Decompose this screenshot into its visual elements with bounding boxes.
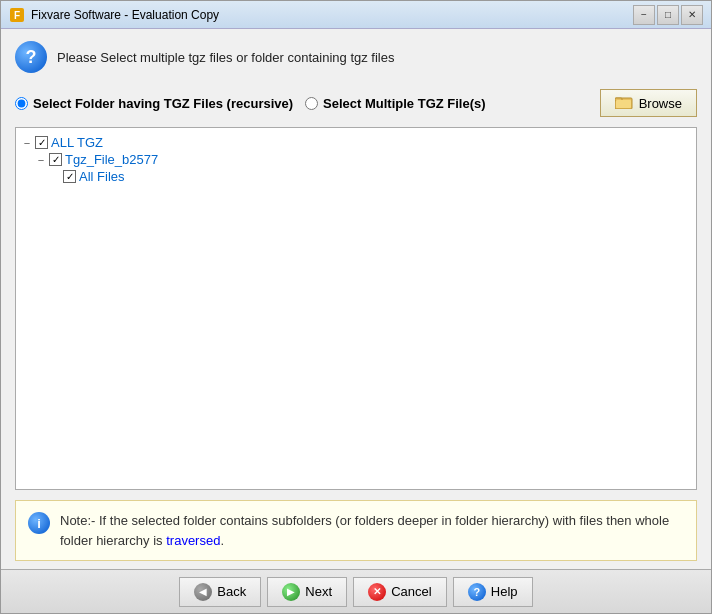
radio-files-text: Select Multiple TGZ File(s): [323, 96, 486, 111]
window-controls: − □ ✕: [633, 5, 703, 25]
back-icon: ◀: [194, 583, 212, 601]
title-bar: F Fixvare Software - Evaluation Copy − □…: [1, 1, 711, 29]
back-label: Back: [217, 584, 246, 599]
note-text-after: .: [220, 533, 224, 548]
maximize-button[interactable]: □: [657, 5, 679, 25]
cancel-icon: ✕: [368, 583, 386, 601]
close-button[interactable]: ✕: [681, 5, 703, 25]
options-row: Select Folder having TGZ Files (recursiv…: [15, 89, 697, 117]
browse-label: Browse: [639, 96, 682, 111]
minimize-button[interactable]: −: [633, 5, 655, 25]
back-button[interactable]: ◀ Back: [179, 577, 261, 607]
main-window: F Fixvare Software - Evaluation Copy − □…: [0, 0, 712, 614]
tree-label-all-tgz[interactable]: ALL TGZ: [51, 135, 103, 150]
help-icon: ?: [468, 583, 486, 601]
footer: ◀ Back ▶ Next ✕ Cancel ? Help: [1, 569, 711, 613]
note-info-icon: i: [28, 512, 50, 534]
checkbox-all-tgz[interactable]: ✓: [35, 136, 48, 149]
checkbox-tgz-file[interactable]: ✓: [49, 153, 62, 166]
app-icon: F: [9, 7, 25, 23]
note-text-before: Note:- If the selected folder contains s…: [60, 513, 669, 548]
file-tree-panel[interactable]: − ✓ ALL TGZ − ✓ Tgz_File_b2577 ✓: [15, 127, 697, 490]
note-highlight: traversed: [166, 533, 220, 548]
question-icon: ?: [15, 41, 47, 73]
tree-item-all-files[interactable]: ✓ All Files: [50, 168, 690, 185]
svg-rect-4: [616, 100, 631, 108]
checkbox-all-files[interactable]: ✓: [63, 170, 76, 183]
tree-item-all-tgz[interactable]: − ✓ ALL TGZ: [22, 134, 690, 151]
tree-label-tgz-file[interactable]: Tgz_File_b2577: [65, 152, 158, 167]
main-content: ? Please Select multiple tgz files or fo…: [1, 29, 711, 569]
folder-icon: [615, 95, 633, 112]
header-row: ? Please Select multiple tgz files or fo…: [15, 41, 697, 79]
radio-folder-text: Select Folder having TGZ Files (recursiv…: [33, 96, 293, 111]
header-text: Please Select multiple tgz files or fold…: [57, 50, 394, 65]
next-label: Next: [305, 584, 332, 599]
expand-tgz-file[interactable]: −: [36, 154, 46, 166]
cancel-button[interactable]: ✕ Cancel: [353, 577, 446, 607]
radio-folder[interactable]: [15, 97, 28, 110]
note-text: Note:- If the selected folder contains s…: [60, 511, 684, 550]
note-box: i Note:- If the selected folder contains…: [15, 500, 697, 561]
expand-all-tgz[interactable]: −: [22, 137, 32, 149]
tree-item-tgz-file[interactable]: − ✓ Tgz_File_b2577: [36, 151, 690, 168]
expand-all-files: [50, 171, 60, 183]
help-button[interactable]: ? Help: [453, 577, 533, 607]
radio-folder-label[interactable]: Select Folder having TGZ Files (recursiv…: [15, 96, 293, 111]
next-icon: ▶: [282, 583, 300, 601]
next-button[interactable]: ▶ Next: [267, 577, 347, 607]
radio-files[interactable]: [305, 97, 318, 110]
radio-files-label[interactable]: Select Multiple TGZ File(s): [305, 96, 486, 111]
tree-label-all-files[interactable]: All Files: [79, 169, 125, 184]
window-title: Fixvare Software - Evaluation Copy: [31, 8, 633, 22]
svg-text:F: F: [14, 10, 20, 21]
browse-button[interactable]: Browse: [600, 89, 697, 117]
help-label: Help: [491, 584, 518, 599]
cancel-label: Cancel: [391, 584, 431, 599]
